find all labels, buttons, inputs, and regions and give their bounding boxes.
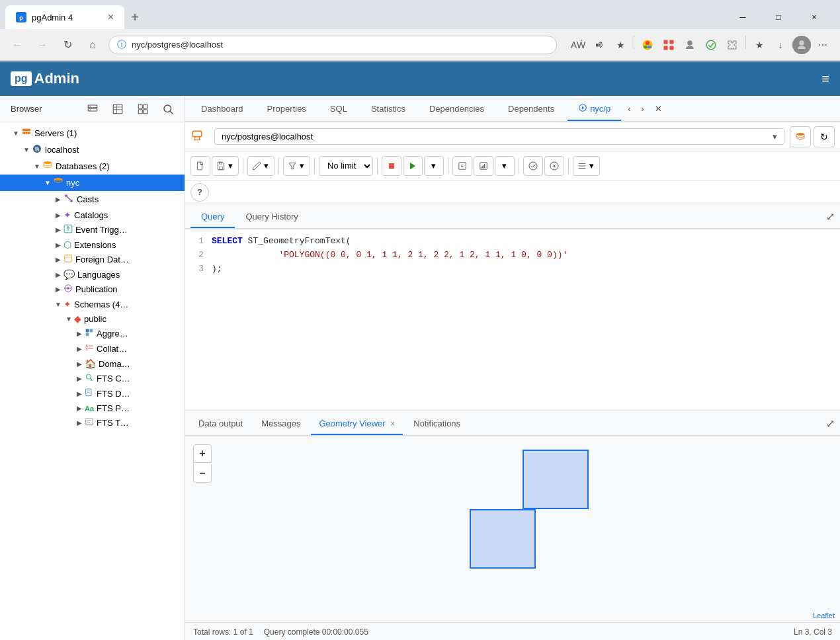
zoom-in-button[interactable]: + xyxy=(193,444,212,463)
tab-geometry-viewer[interactable]: Geometry Viewer × xyxy=(311,413,403,435)
server-icon-btn[interactable] xyxy=(81,100,104,118)
tab-statistics[interactable]: Statistics xyxy=(360,99,416,119)
sql-editor[interactable]: 1 SELECT ST_GeometryFromText( 2 'POLYGON… xyxy=(185,229,840,411)
table-icon-btn[interactable] xyxy=(106,100,129,118)
view-icon-btn[interactable] xyxy=(132,100,154,118)
extension-icon2[interactable] xyxy=(702,36,720,54)
tree-item-casts[interactable]: ▶ Casts xyxy=(0,191,185,208)
run-dropdown[interactable]: ▾ xyxy=(424,156,444,176)
tree-item-servers[interactable]: ▼ Servers (1) xyxy=(0,125,185,141)
search-button[interactable] xyxy=(157,100,179,118)
svg-rect-13 xyxy=(88,105,97,108)
collation-icon: AB xyxy=(85,343,94,354)
tab-dependents[interactable]: Dependents xyxy=(497,99,565,119)
tree-item-publication[interactable]: ▶ Publication xyxy=(0,282,185,297)
analyze-dropdown-arrow: ▾ xyxy=(502,161,507,171)
browser-icon1[interactable] xyxy=(638,36,657,54)
home-button[interactable]: ⌂ xyxy=(83,36,102,54)
window-close-button[interactable]: × xyxy=(799,7,829,28)
tab-dependencies[interactable]: Dependencies xyxy=(419,99,495,119)
svg-rect-37 xyxy=(65,255,72,262)
cursor-position: Ln 3, Col 3 xyxy=(794,627,832,637)
edit-btn[interactable]: ▾ xyxy=(247,156,274,176)
connection-dropdown[interactable]: nyc/postgres@localhost ▾ xyxy=(214,128,784,145)
url-bar[interactable]: ⓘ nyc/postgres@localhost xyxy=(108,36,557,54)
browser-tab[interactable]: p pgAdmin 4 × xyxy=(5,5,124,29)
tab-messages[interactable]: Messages xyxy=(253,413,308,434)
favorites2-icon[interactable]: ★ xyxy=(750,36,769,54)
tab-sql[interactable]: SQL xyxy=(319,99,358,119)
extension-icon1[interactable] xyxy=(659,36,678,54)
commit-btn[interactable] xyxy=(523,156,543,176)
translate-icon[interactable]: AẂ xyxy=(569,36,587,54)
profile-avatar[interactable] xyxy=(792,36,811,54)
reading-icon[interactable]: 🕫 xyxy=(590,36,609,54)
explain-analyze-btn[interactable] xyxy=(474,156,493,176)
help-button[interactable]: ? xyxy=(190,183,209,202)
filter-btn[interactable]: ▾ xyxy=(283,156,310,176)
download-icon[interactable]: ↓ xyxy=(771,36,790,54)
svg-rect-55 xyxy=(86,419,93,424)
new-tab-button[interactable]: + xyxy=(124,7,146,28)
tab-query-history[interactable]: Query History xyxy=(235,206,308,227)
tree-item-public[interactable]: ▼ ◆ public xyxy=(0,311,185,326)
sep3 xyxy=(314,158,315,174)
tab-properties[interactable]: Properties xyxy=(257,99,317,119)
macros-btn[interactable]: ▾ xyxy=(573,156,600,176)
more-button[interactable]: ⋯ xyxy=(814,36,832,54)
stop-btn[interactable] xyxy=(382,156,401,176)
tree-item-fts-template[interactable]: ▶ FTS T… xyxy=(0,415,185,430)
info-icon: ⓘ xyxy=(117,39,126,51)
favorites-icon[interactable]: ★ xyxy=(611,36,630,54)
zoom-out-button[interactable]: − xyxy=(193,464,212,483)
run-btn[interactable] xyxy=(403,156,423,176)
tab-dashboard[interactable]: Dashboard xyxy=(190,99,254,119)
tab-prev-button[interactable]: ‹ xyxy=(624,101,634,116)
tree-item-fts-dict[interactable]: ▶ FTS D… xyxy=(0,386,185,401)
tree-item-extensions[interactable]: ▶ ⬡ Extensions xyxy=(0,237,185,252)
db-icon-btn[interactable] xyxy=(790,126,811,147)
save-btn[interactable]: ▾ xyxy=(212,156,239,176)
expand-editor-btn[interactable]: ⤢ xyxy=(826,210,835,223)
expand-output-btn[interactable]: ⤢ xyxy=(826,417,835,430)
reload-button[interactable]: ↻ xyxy=(58,36,77,54)
rollback-btn[interactable] xyxy=(544,156,564,176)
tree-item-fts-parser[interactable]: ▶ Aa FTS P… xyxy=(0,401,185,415)
analyze-dropdown[interactable]: ▾ xyxy=(495,156,515,176)
tree-item-catalogs[interactable]: ▶ ✦ Catalogs xyxy=(0,208,185,222)
tree-item-schemas[interactable]: ▼ ✦ Schemas (4… xyxy=(0,297,185,311)
fts-template-icon xyxy=(85,417,94,428)
tab-query[interactable]: Query xyxy=(190,206,235,228)
new-file-btn[interactable] xyxy=(190,156,210,176)
tree-item-event-triggers[interactable]: ▶ Event Trigg… xyxy=(0,222,185,237)
tree-item-aggregate[interactable]: ▶ Aggre… xyxy=(0,326,185,341)
fts-parser-label: FTS P… xyxy=(97,403,130,413)
tab-close-button[interactable]: ✕ xyxy=(651,101,666,116)
tab-close-button[interactable]: × xyxy=(108,11,114,23)
tree-item-collation[interactable]: ▶ AB Collat… xyxy=(0,341,185,356)
sep2 xyxy=(278,158,279,174)
tree-item-foreign-data[interactable]: ▶ Foreign Dat… xyxy=(0,252,185,267)
tab-notifications[interactable]: Notifications xyxy=(405,413,468,434)
chevron-icon: ▼ xyxy=(32,163,42,170)
explain-btn[interactable]: E xyxy=(452,156,472,176)
tree-item-domain[interactable]: ▶ 🏠 Doma… xyxy=(0,356,185,371)
geometry-viewer-close[interactable]: × xyxy=(390,419,395,428)
avatar-icon[interactable] xyxy=(681,36,699,54)
tree-item-databases[interactable]: ▼ Databases (2) xyxy=(0,158,185,175)
tab-next-button[interactable]: › xyxy=(638,101,648,116)
refresh-conn-btn[interactable]: ↻ xyxy=(814,126,835,147)
tree-item-nyc[interactable]: ▼ nyc xyxy=(0,175,185,191)
tree-item-languages[interactable]: ▶ 💬 Languages xyxy=(0,267,185,282)
hamburger-menu[interactable]: ≡ xyxy=(821,71,829,87)
leaflet-credit[interactable]: Leaflet xyxy=(813,612,835,620)
back-button[interactable]: ← xyxy=(8,36,26,54)
tree-item-localhost[interactable]: ▼ 🐘 localhost xyxy=(0,141,185,158)
minimize-button[interactable]: ─ xyxy=(728,7,758,28)
maximize-button[interactable]: □ xyxy=(763,7,794,28)
tab-data-output[interactable]: Data output xyxy=(190,413,251,434)
puzzle-icon[interactable] xyxy=(723,36,741,54)
limit-select[interactable]: No limit 10 100 1000 xyxy=(319,156,373,176)
tab-nyc[interactable]: nyc/p xyxy=(567,98,621,121)
tree-item-fts-config[interactable]: ▶ FTS C… xyxy=(0,371,185,386)
